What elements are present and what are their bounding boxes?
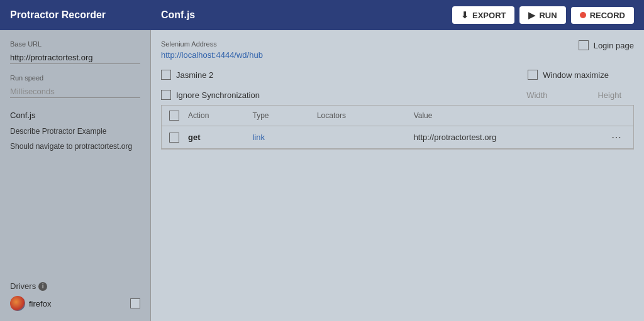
record-button[interactable]: RECORD	[571, 7, 634, 24]
window-maximize-label: Window maximize	[543, 70, 609, 80]
actions-table: Action Type Locators Value get link http…	[161, 105, 634, 150]
run-icon: ▶	[528, 10, 535, 20]
conf-title: Conf.js	[161, 9, 452, 21]
jasmine-block: Jasmine 2	[161, 70, 213, 80]
driver-name: firefox	[29, 299, 51, 308]
row-type: link	[252, 133, 316, 142]
th-locators: Locators	[317, 111, 414, 120]
selenium-label: Selenium Address	[161, 40, 553, 48]
run-speed-label: Run speed	[10, 74, 140, 82]
ignore-sync-block: Ignore Synchronization	[161, 90, 260, 100]
ignore-sync-label: Ignore Synchronization	[176, 90, 260, 100]
drivers-label: Drivers i	[10, 281, 140, 291]
row-value: http://protractortest.org	[414, 133, 607, 142]
login-page-block: Login page	[579, 40, 634, 50]
run-speed-placeholder: Milliseconds	[10, 85, 140, 98]
jasmine2-checkbox[interactable]	[161, 70, 171, 80]
selenium-value: http://localhost:4444/wd/hub	[161, 50, 553, 60]
header: Protractor Recorder Conf.js ⬇ EXPORT ▶ R…	[0, 0, 644, 30]
driver-row-firefox: firefox	[10, 296, 140, 311]
th-value: Value	[414, 111, 607, 120]
login-page-checkbox[interactable]	[579, 40, 589, 50]
th-type: Type	[252, 111, 316, 120]
jasmine2-label: Jasmine 2	[176, 70, 213, 80]
ignore-sync-checkbox[interactable]	[161, 90, 171, 100]
row-checkbox-cell	[169, 133, 188, 143]
base-url-input[interactable]	[10, 52, 140, 64]
th-action: Action	[188, 111, 252, 120]
login-page-label: Login page	[594, 41, 634, 50]
firefox-icon	[10, 296, 25, 311]
driver-checkbox[interactable]	[130, 298, 140, 308]
sidebar-drivers-section: Drivers i firefox	[10, 274, 140, 311]
sidebar-item-describe: Describe Protractor Example	[10, 125, 140, 138]
drivers-info-icon: i	[38, 282, 47, 291]
height-label: Height	[597, 90, 621, 100]
th-checkbox	[169, 111, 188, 121]
main-layout: Base URL Run speed Milliseconds Conf.js …	[0, 30, 644, 321]
sidebar: Base URL Run speed Milliseconds Conf.js …	[0, 30, 151, 321]
record-dot-icon	[580, 12, 586, 18]
conf-row-jasmine: Jasmine 2 Window maximize	[161, 70, 634, 80]
selenium-block: Selenium Address http://localhost:4444/w…	[161, 40, 553, 60]
select-all-checkbox[interactable]	[169, 111, 179, 121]
driver-info: firefox	[10, 296, 51, 311]
width-label: Width	[526, 90, 547, 100]
base-url-label: Base URL	[10, 40, 140, 48]
row-action: get	[188, 133, 252, 142]
sidebar-item-confjs[interactable]: Conf.js	[10, 108, 140, 122]
window-maximize-block: Window maximize	[528, 70, 609, 80]
window-maximize-checkbox[interactable]	[528, 70, 538, 80]
run-button[interactable]: ▶ RUN	[519, 6, 565, 24]
app-title: Protractor Recorder	[10, 9, 161, 21]
conf-row-sync: Ignore Synchronization Width Height	[161, 90, 634, 100]
export-button[interactable]: ⬇ EXPORT	[452, 6, 514, 24]
row-checkbox[interactable]	[169, 133, 179, 143]
conf-section: Selenium Address http://localhost:4444/w…	[161, 40, 634, 150]
table-row: get link http://protractortest.org ⋯	[162, 126, 633, 149]
conf-row-selenium: Selenium Address http://localhost:4444/w…	[161, 40, 634, 60]
export-icon: ⬇	[461, 10, 469, 20]
content-area: Selenium Address http://localhost:4444/w…	[151, 30, 644, 321]
table-header: Action Type Locators Value	[162, 106, 633, 126]
row-more-button[interactable]: ⋯	[607, 131, 626, 143]
header-actions: ⬇ EXPORT ▶ RUN RECORD	[452, 6, 634, 24]
sidebar-item-navigate: Should navigate to protractortest.org	[10, 140, 140, 153]
width-height-block: Width Height	[526, 90, 621, 100]
